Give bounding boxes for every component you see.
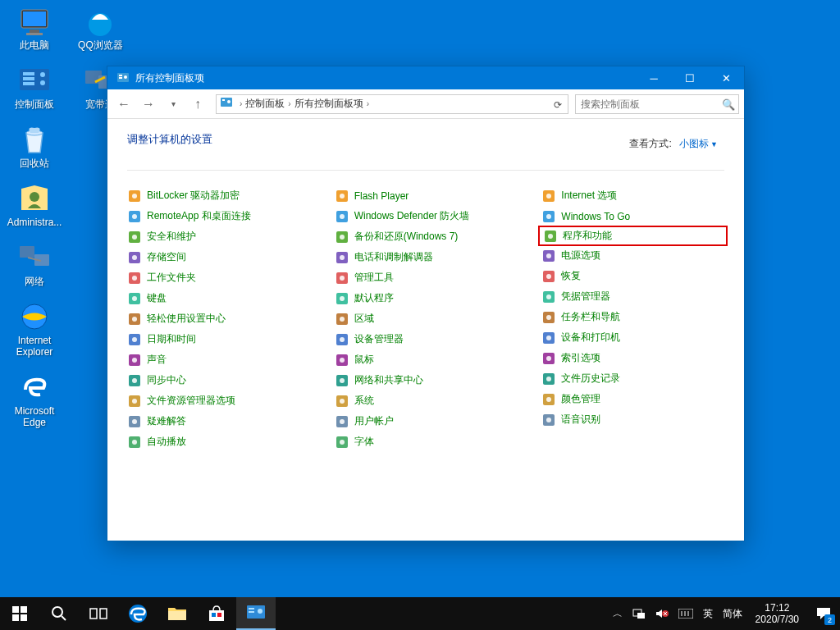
breadcrumb-current[interactable]: 所有控制面板项 — [291, 97, 367, 111]
desktop-icon-this-pc[interactable]: 此电脑 — [5, 5, 64, 51]
forward-button[interactable]: → — [137, 93, 160, 116]
cp-item[interactable]: 安全和维护 — [127, 226, 310, 247]
cp-item[interactable]: 存储空间 — [127, 247, 310, 267]
tray-overflow[interactable]: ︿ — [608, 597, 628, 630]
minimize-button[interactable]: ─ — [636, 66, 672, 89]
svg-point-67 — [340, 317, 345, 322]
cp-item[interactable]: 程序和功能 — [538, 226, 728, 246]
cp-item[interactable]: 恢复 — [541, 266, 724, 286]
desktop-icon-control-panel[interactable]: 控制面板 — [5, 64, 64, 110]
cp-item[interactable]: Windows To Go — [541, 206, 724, 226]
view-by-link[interactable]: 小图标▼ — [679, 138, 718, 149]
search-box[interactable]: 🔍 — [575, 94, 739, 114]
maximize-button[interactable]: ☐ — [672, 66, 708, 89]
cp-item[interactable]: 网络和共享中心 — [335, 370, 518, 390]
cp-item[interactable]: 管理工具 — [335, 267, 518, 288]
cp-item[interactable]: 区域 — [335, 308, 518, 329]
recent-dropdown[interactable]: ▾ — [162, 93, 185, 116]
cp-item[interactable]: 默认程序 — [335, 288, 518, 308]
cp-item[interactable]: Internet 选项 — [541, 185, 724, 206]
close-button[interactable]: ✕ — [708, 66, 744, 89]
cp-item[interactable]: 文件历史记录 — [541, 368, 724, 389]
desktop-icon-edge[interactable]: Microsoft Edge — [5, 371, 64, 428]
taskbar-explorer[interactable] — [158, 597, 197, 630]
cp-item[interactable]: 语音识别 — [541, 409, 724, 430]
cp-item[interactable]: 备份和还原(Windows 7) — [335, 226, 518, 247]
desktop-icon-qq-browser[interactable]: QQ浏览器 — [71, 5, 130, 51]
cp-item[interactable]: 颜色管理 — [541, 389, 724, 409]
svg-point-43 — [132, 337, 137, 342]
cp-item[interactable]: 日期和时间 — [127, 329, 310, 349]
cp-item[interactable]: 系统 — [335, 390, 518, 411]
tray-ime-mode[interactable]: 简体 — [718, 597, 747, 630]
svg-point-101 — [546, 397, 551, 402]
titlebar[interactable]: 所有控制面板项 ─ ☐ ✕ — [107, 66, 744, 89]
tray-volume-icon[interactable] — [651, 597, 673, 630]
cp-item[interactable]: 任务栏和导航 — [541, 307, 724, 327]
back-button[interactable]: ← — [112, 93, 135, 116]
cp-item[interactable]: 索引选项 — [541, 348, 724, 368]
cp-item[interactable]: 用户帐户 — [335, 411, 518, 431]
address-bar[interactable]: › 控制面板 › 所有控制面板项 › ⟳ — [216, 94, 568, 114]
cp-item-label: 凭据管理器 — [561, 290, 610, 304]
cp-item-icon — [127, 189, 142, 203]
cp-item[interactable]: 键盘 — [127, 288, 310, 308]
cp-item[interactable]: 自动播放 — [127, 431, 310, 452]
tray-clock[interactable]: 17:12 2020/7/30 — [747, 602, 807, 625]
cp-item[interactable]: 鼠标 — [335, 349, 518, 370]
svg-point-120 — [258, 609, 262, 614]
cp-item[interactable]: 电话和调制解调器 — [335, 247, 518, 267]
taskbar-search[interactable] — [39, 597, 79, 630]
cp-item[interactable]: RemoteApp 和桌面连接 — [127, 206, 310, 226]
start-button[interactable] — [0, 597, 39, 630]
up-button[interactable]: ↑ — [186, 93, 209, 116]
cp-item[interactable]: Flash Player — [335, 185, 518, 206]
taskbar-edge-legacy[interactable] — [118, 597, 158, 630]
cp-item-label: 颜色管理 — [561, 392, 600, 406]
desktop-icon-network[interactable]: 网络 — [5, 241, 64, 287]
cp-item[interactable]: 轻松使用设置中心 — [127, 308, 310, 329]
cp-item-icon — [335, 435, 349, 450]
cp-item[interactable]: 工作文件夹 — [127, 267, 310, 288]
cp-item-icon — [127, 291, 142, 306]
cp-item[interactable]: 文件资源管理器选项 — [127, 390, 310, 411]
cp-item-icon — [335, 230, 349, 244]
cp-item[interactable]: 疑难解答 — [127, 411, 310, 431]
cp-item-icon — [335, 394, 349, 409]
cp-item-label: 同步中心 — [147, 373, 186, 387]
cp-item-label: 文件历史记录 — [561, 372, 620, 386]
cp-item[interactable]: BitLocker 驱动器加密 — [127, 185, 310, 206]
cp-item[interactable]: 声音 — [127, 349, 310, 370]
svg-rect-115 — [212, 613, 216, 617]
cp-item[interactable]: 凭据管理器 — [541, 286, 724, 307]
tray-network-icon[interactable] — [628, 597, 651, 630]
cp-item[interactable]: 电源选项 — [541, 245, 724, 266]
cp-item[interactable]: 设备管理器 — [335, 329, 518, 349]
cp-item[interactable]: 字体 — [335, 431, 518, 452]
taskbar-control-panel[interactable] — [236, 597, 276, 630]
cp-item[interactable]: Windows Defender 防火墙 — [335, 206, 518, 226]
cp-item-icon — [541, 189, 556, 203]
refresh-button[interactable]: ⟳ — [550, 97, 566, 113]
desktop-icon-administrator[interactable]: Administra... — [5, 182, 64, 228]
tray-ime-keyboard-icon[interactable] — [673, 597, 698, 630]
desktop-icon-ie[interactable]: Internet Explorer — [5, 300, 64, 358]
view-by: 查看方式: 小图标▼ — [629, 137, 718, 151]
window-title: 所有控制面板项 — [135, 71, 636, 85]
cp-item[interactable]: 同步中心 — [127, 370, 310, 390]
search-icon[interactable]: 🔍 — [722, 98, 735, 111]
cp-item-icon — [541, 249, 556, 263]
breadcrumb-root[interactable]: 控制面板 — [242, 97, 288, 111]
system-tray: ︿ 英 简体 17:12 2020/7/30 2 — [608, 597, 840, 630]
taskbar-store[interactable] — [197, 597, 236, 630]
search-input[interactable] — [576, 95, 738, 113]
svg-point-73 — [340, 378, 345, 383]
svg-point-55 — [340, 194, 345, 199]
svg-point-71 — [340, 358, 345, 363]
taskbar-taskview[interactable] — [79, 597, 118, 630]
action-center[interactable]: 2 — [807, 597, 840, 630]
cp-item-icon — [335, 312, 349, 326]
desktop-icon-recycle-bin[interactable]: 回收站 — [5, 123, 64, 169]
cp-item[interactable]: 设备和打印机 — [541, 327, 724, 348]
tray-ime-lang[interactable]: 英 — [698, 597, 718, 630]
